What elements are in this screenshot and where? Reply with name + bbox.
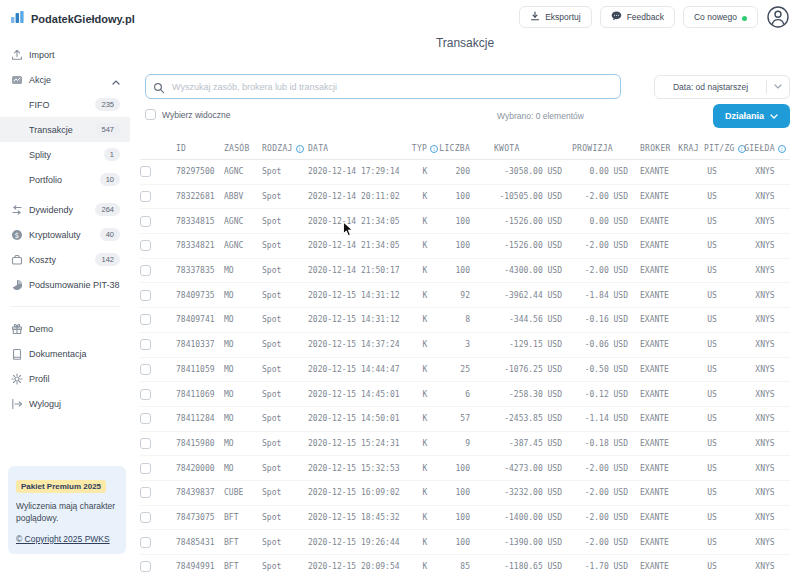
cell-rodzaj: Spot — [250, 488, 296, 497]
search-input[interactable] — [145, 74, 621, 99]
row-checkbox[interactable] — [140, 265, 151, 276]
row-checkbox[interactable] — [140, 339, 151, 350]
sidebar-item-fifo[interactable]: FIFO 235 — [0, 92, 130, 117]
cell-typ: K — [408, 167, 442, 176]
cell-zasob: MO — [212, 266, 250, 275]
dividends-icon — [10, 203, 23, 216]
cell-kwota: -1400.00 USD — [482, 513, 570, 522]
cell-typ: K — [408, 538, 442, 547]
table-row: 78322681 ABBV Spot 2020-12-14 20:11:02 K… — [140, 185, 790, 210]
brand-logo[interactable]: PodatekGiełdowy.pl — [0, 0, 130, 28]
column-header-id: ID — [164, 144, 212, 153]
cell-liczba: 100 — [442, 464, 482, 473]
cell-liczba: 6 — [442, 390, 482, 399]
row-checkbox[interactable] — [140, 463, 151, 474]
cell-liczba: 100 — [442, 192, 482, 201]
row-checkbox[interactable] — [140, 191, 151, 202]
cell-typ: K — [408, 464, 442, 473]
cell-data: 2020-12-14 17:29:14 — [296, 167, 408, 176]
sidebar-item-podsumowanie-pit38[interactable]: Podsumowanie PIT-38 — [0, 272, 130, 297]
row-checkbox[interactable] — [140, 240, 151, 251]
row-checkbox[interactable] — [140, 413, 151, 424]
sidebar-item-import[interactable]: Import — [0, 42, 130, 67]
row-checkbox[interactable] — [140, 314, 151, 325]
brand-name: PodatekGiełdowy.pl — [31, 13, 135, 25]
sort-dropdown[interactable]: Data: od najstarszej — [654, 75, 790, 99]
docs-icon — [10, 347, 23, 360]
row-checkbox[interactable] — [140, 537, 151, 548]
cell-typ: K — [408, 266, 442, 275]
cell-broker: EXANTE — [634, 340, 684, 349]
cell-gielda: XNYS — [740, 562, 790, 571]
row-checkbox[interactable] — [140, 166, 151, 177]
cell-gielda: XNYS — [740, 439, 790, 448]
sidebar-item-dywidendy[interactable]: Dywidendy 264 — [0, 197, 130, 222]
app-window: PodatekGiełdowy.pl Import Akcje FIFO — [0, 0, 800, 578]
copyright-link[interactable]: © Copyright 2025 PWKS — [16, 534, 110, 544]
cell-rodzaj: Spot — [250, 340, 296, 349]
info-icon[interactable] — [430, 145, 438, 153]
sidebar-item-demo[interactable]: Demo — [0, 316, 130, 341]
cell-id: 78409741 — [164, 315, 212, 324]
sidebar-item-akcje[interactable]: Akcje — [0, 67, 130, 92]
select-visible-checkbox[interactable] — [145, 109, 156, 120]
cell-data: 2020-12-15 14:44:47 — [296, 365, 408, 374]
page-title: Transakcje — [130, 36, 800, 50]
chat-bubble-icon — [611, 11, 622, 23]
chevron-down-icon — [770, 114, 778, 119]
cell-gielda: XNYS — [740, 241, 790, 250]
cell-rodzaj: Spot — [250, 439, 296, 448]
cell-rodzaj: Spot — [250, 167, 296, 176]
cell-id: 78415980 — [164, 439, 212, 448]
sidebar-divider — [10, 306, 120, 307]
sidebar-item-transakcje[interactable]: Transakcje 547 — [0, 117, 130, 142]
row-checkbox[interactable] — [140, 438, 151, 449]
cell-kwota: -4300.00 USD — [482, 266, 570, 275]
actions-button[interactable]: Działania — [713, 104, 790, 128]
row-checkbox[interactable] — [140, 364, 151, 375]
cell-data: 2020-12-15 19:26:44 — [296, 538, 408, 547]
cell-rodzaj: Spot — [250, 414, 296, 423]
cell-gielda: XNYS — [740, 266, 790, 275]
cell-zasob: BFT — [212, 513, 250, 522]
premium-note: Wyliczenia mają charakter poglądowy. — [16, 500, 118, 525]
cell-zasob: MO — [212, 365, 250, 374]
table-row: 78420000 MO Spot 2020-12-15 15:32:53 K 1… — [140, 456, 790, 481]
whats-new-button[interactable]: Co nowego — [683, 6, 758, 28]
cell-broker: EXANTE — [634, 439, 684, 448]
row-checkbox[interactable] — [140, 216, 151, 227]
row-checkbox[interactable] — [140, 290, 151, 301]
row-checkbox[interactable] — [140, 561, 151, 572]
cell-id: 78411059 — [164, 365, 212, 374]
cell-rodzaj: Spot — [250, 192, 296, 201]
cell-zasob: MO — [212, 291, 250, 300]
sidebar-item-portfolio[interactable]: Portfolio 10 — [0, 167, 130, 192]
cell-liczba: 100 — [442, 266, 482, 275]
column-header-prowizja: PROWIZJA — [570, 144, 634, 153]
cell-kraj: US — [684, 192, 740, 201]
export-button[interactable]: Eksportuj — [519, 6, 591, 28]
cell-kraj: US — [684, 340, 740, 349]
sort-value: Data: od najstarszej — [655, 82, 766, 92]
cell-rodzaj: Spot — [250, 365, 296, 374]
cell-zasob: BFT — [212, 562, 250, 571]
column-header-liczba: LICZBA — [442, 144, 482, 153]
row-checkbox[interactable] — [140, 512, 151, 523]
sidebar-item-label: Wyloguj — [29, 399, 61, 409]
row-checkbox[interactable] — [140, 389, 151, 400]
cell-gielda: XNYS — [740, 488, 790, 497]
sidebar-item-wyloguj[interactable]: Wyloguj — [0, 391, 130, 416]
cell-kraj: US — [684, 414, 740, 423]
row-checkbox[interactable] — [140, 487, 151, 498]
sidebar-item-kryptowaluty[interactable]: $ Kryptowaluty 40 — [0, 222, 130, 247]
sidebar-item-koszty[interactable]: Koszty 142 — [0, 247, 130, 272]
select-visible-control[interactable]: Wybierz widoczne — [145, 109, 230, 120]
user-avatar[interactable] — [766, 5, 790, 29]
sidebar-item-profil[interactable]: Profil — [0, 366, 130, 391]
cell-zasob: BFT — [212, 538, 250, 547]
sidebar-item-splity[interactable]: Splity 1 — [0, 142, 130, 167]
info-icon[interactable] — [778, 145, 786, 153]
feedback-button[interactable]: Feedback — [600, 6, 675, 28]
cell-prowizja: -0.18 USD — [570, 439, 634, 448]
sidebar-item-dokumentacja[interactable]: Dokumentacja — [0, 341, 130, 366]
